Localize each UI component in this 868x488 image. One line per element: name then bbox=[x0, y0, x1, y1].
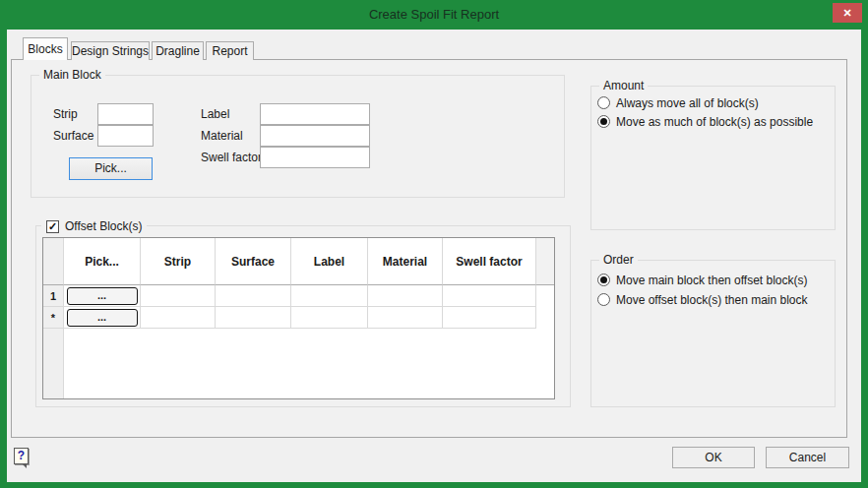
row-header[interactable]: * bbox=[43, 307, 64, 329]
swell-factor-label: Swell factor bbox=[201, 147, 262, 168]
radio-label: Always move all of block(s) bbox=[616, 96, 759, 110]
material-input[interactable] bbox=[260, 125, 370, 147]
table-row-pick-cell: ... bbox=[64, 285, 141, 307]
radio-move-as-much-as-possible[interactable]: Move as much of block(s) as possible bbox=[597, 114, 813, 129]
column-header-filler bbox=[536, 238, 554, 285]
column-header-surface[interactable]: Surface bbox=[216, 238, 291, 285]
radio-label: Move offset block(s) then main block bbox=[616, 293, 808, 307]
column-header-swell-factor[interactable]: Swell factor bbox=[443, 238, 536, 285]
strip-input[interactable] bbox=[97, 103, 154, 125]
label-label: Label bbox=[201, 103, 229, 125]
column-header-pick[interactable]: Pick... bbox=[64, 238, 141, 285]
offset-blocks-checkbox[interactable]: ✓ bbox=[46, 220, 59, 233]
row1-pick-button[interactable]: ... bbox=[67, 287, 138, 305]
tab-design-strings[interactable]: Design Strings bbox=[71, 41, 150, 60]
main-block-group-title: Main Block bbox=[39, 68, 105, 82]
order-group: Order Move main block then offset block(… bbox=[590, 260, 836, 407]
column-header-label[interactable]: Label bbox=[291, 238, 368, 285]
amount-group: Amount Always move all of block(s) Move … bbox=[590, 86, 836, 230]
row-header-filler bbox=[43, 329, 64, 398]
cell-surface[interactable] bbox=[216, 307, 291, 329]
strip-label: Strip bbox=[53, 103, 78, 125]
radio-label: Move main block then offset block(s) bbox=[616, 274, 808, 287]
row-filler bbox=[536, 285, 554, 307]
dialog-create-spoil-fit-report: Create Spoil Fit Report ✕ Blocks Design … bbox=[0, 0, 868, 488]
surface-label: Surface bbox=[53, 125, 93, 147]
table-corner-cell bbox=[43, 238, 64, 285]
ok-button[interactable]: OK bbox=[672, 447, 755, 468]
column-header-material[interactable]: Material bbox=[368, 238, 443, 285]
cell-swell-factor[interactable] bbox=[443, 307, 536, 329]
radio-main-then-offset[interactable]: Move main block then offset block(s) bbox=[597, 273, 808, 287]
checkmark-icon: ✓ bbox=[48, 220, 57, 232]
titlebar[interactable]: Create Spoil Fit Report ✕ bbox=[0, 0, 868, 30]
amount-group-title: Amount bbox=[599, 79, 648, 92]
offset-blocks-caption: ✓ Offset Block(s) bbox=[41, 219, 147, 233]
offset-blocks-table: Pick... Strip Surface Label Material Swe… bbox=[42, 237, 555, 399]
pick-main-block-button[interactable]: Pick... bbox=[69, 157, 153, 180]
row-filler bbox=[536, 307, 554, 329]
dialog-content: Blocks Design Strings Dragline Report Ma… bbox=[7, 30, 861, 482]
tab-report[interactable]: Report bbox=[206, 41, 254, 60]
cell-material[interactable] bbox=[368, 307, 443, 329]
radio-selected-icon bbox=[597, 274, 610, 286]
tab-page-blocks: Main Block Strip Surface Label Material … bbox=[11, 59, 847, 438]
window-title: Create Spoil Fit Report bbox=[0, 7, 868, 22]
radio-always-move-all[interactable]: Always move all of block(s) bbox=[597, 95, 759, 110]
column-header-strip[interactable]: Strip bbox=[141, 238, 216, 285]
question-mark-glyph: ? bbox=[18, 449, 25, 462]
offset-blocks-group: ✓ Offset Block(s) Pick... Strip Surface … bbox=[35, 225, 571, 407]
radio-icon bbox=[597, 293, 610, 306]
radio-selected-icon bbox=[597, 115, 610, 128]
cell-strip[interactable] bbox=[141, 307, 216, 329]
surface-input[interactable] bbox=[97, 125, 154, 147]
radio-icon bbox=[597, 96, 610, 109]
main-block-group: Main Block Strip Surface Label Material … bbox=[31, 75, 565, 198]
tab-blocks[interactable]: Blocks bbox=[23, 37, 68, 60]
new-row-pick-button[interactable]: ... bbox=[67, 309, 138, 327]
cell-label[interactable] bbox=[291, 307, 368, 329]
cell-material[interactable] bbox=[368, 285, 443, 307]
close-icon: ✕ bbox=[842, 7, 851, 19]
cell-surface[interactable] bbox=[216, 285, 291, 307]
order-group-title: Order bbox=[599, 253, 638, 267]
close-button[interactable]: ✕ bbox=[833, 3, 862, 23]
cell-label[interactable] bbox=[291, 285, 368, 307]
label-input[interactable] bbox=[260, 103, 370, 125]
radio-offset-then-main[interactable]: Move offset block(s) then main block bbox=[597, 292, 808, 307]
cell-swell-factor[interactable] bbox=[443, 285, 536, 307]
cell-strip[interactable] bbox=[141, 285, 216, 307]
cancel-button[interactable]: Cancel bbox=[766, 447, 849, 468]
offset-blocks-checkbox-label: Offset Block(s) bbox=[65, 219, 142, 233]
table-empty-area bbox=[64, 329, 554, 398]
radio-label: Move as much of block(s) as possible bbox=[616, 115, 813, 129]
row-header[interactable]: 1 bbox=[43, 285, 64, 307]
swell-factor-input[interactable] bbox=[260, 147, 370, 168]
help-icon[interactable]: ? bbox=[14, 448, 29, 464]
material-label: Material bbox=[201, 125, 243, 147]
table-row-pick-cell: ... bbox=[64, 307, 141, 329]
tab-dragline[interactable]: Dragline bbox=[152, 41, 204, 60]
